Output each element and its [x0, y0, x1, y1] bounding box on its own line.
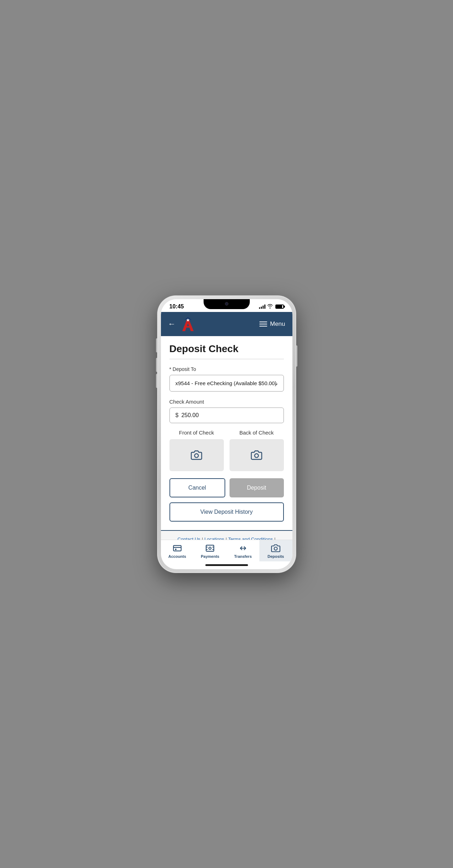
menu-button[interactable]: Menu [259, 320, 285, 328]
svg-rect-6 [173, 545, 181, 551]
deposit-to-label: * Deposit To [169, 366, 284, 372]
accounts-label: Accounts [168, 554, 186, 559]
phone-screen: 10:45 ← [161, 299, 292, 569]
page-body: Deposit Check * Deposit To x9544 - Free … [161, 336, 292, 530]
svg-point-5 [255, 454, 259, 458]
menu-label: Menu [270, 320, 285, 328]
app-logo [179, 316, 196, 333]
home-indicator [161, 561, 292, 569]
transfers-icon [238, 544, 248, 553]
nav-accounts[interactable]: Accounts [161, 540, 194, 561]
currency-symbol: $ [176, 412, 179, 419]
deposit-to-select[interactable]: x9544 - Free eChecking (Available $50.00… [169, 375, 284, 392]
deposit-button[interactable]: Deposit [230, 478, 284, 497]
page-title: Deposit Check [169, 343, 284, 355]
front-check-label: Front of Check [179, 430, 214, 436]
svg-rect-3 [184, 326, 192, 328]
camera-front-icon [191, 449, 202, 461]
deposits-label: Deposits [268, 554, 284, 559]
hamburger-icon [259, 322, 267, 327]
title-divider [169, 359, 284, 359]
camera [225, 302, 228, 306]
check-photos-section: Front of Check Back of Check [169, 430, 284, 471]
bottom-nav: Accounts Payments Transfers [161, 540, 292, 561]
back-button[interactable]: ← [168, 319, 176, 329]
locations-link[interactable]: Locations [204, 537, 224, 540]
app-header: ← Menu [161, 312, 292, 336]
contact-us-link[interactable]: Contact Us [178, 537, 200, 540]
footer: Contact Us | Locations | Terms and Condi… [161, 530, 292, 540]
view-history-button[interactable]: View Deposit History [169, 502, 284, 522]
wifi-icon [267, 304, 273, 309]
back-check-label: Back of Check [239, 430, 274, 436]
svg-rect-8 [206, 545, 214, 551]
phone-frame: 10:45 ← [157, 296, 296, 573]
payments-label: Payments [201, 554, 219, 559]
svg-point-10 [274, 547, 277, 550]
svg-point-4 [195, 454, 199, 458]
check-amount-label: Check Amount [169, 399, 284, 405]
battery-icon [275, 304, 284, 309]
front-check-photo[interactable] [169, 439, 224, 471]
svg-point-9 [209, 547, 211, 549]
payments-icon [205, 544, 215, 553]
nav-transfers[interactable]: Transfers [227, 540, 260, 561]
check-amount-wrapper: $ [169, 408, 284, 423]
check-amount-input[interactable] [181, 412, 277, 419]
svg-point-7 [175, 549, 176, 550]
back-check-col: Back of Check [230, 430, 284, 471]
cancel-button[interactable]: Cancel [169, 478, 225, 497]
transfers-label: Transfers [234, 554, 252, 559]
deposit-to-wrapper: x9544 - Free eChecking (Available $50.00… [169, 375, 284, 392]
main-content: Deposit Check * Deposit To x9544 - Free … [161, 336, 292, 540]
home-bar [205, 564, 248, 566]
nav-deposits[interactable]: Deposits [259, 540, 292, 561]
header-left: ← [168, 316, 196, 333]
status-time: 10:45 [169, 303, 184, 310]
front-check-col: Front of Check [169, 430, 224, 471]
footer-links: Contact Us | Locations | Terms and Condi… [168, 537, 285, 540]
accounts-icon [173, 544, 182, 553]
camera-back-icon [251, 449, 262, 461]
deposits-icon [271, 544, 280, 553]
back-check-photo[interactable] [230, 439, 284, 471]
status-icons [259, 304, 284, 309]
action-buttons: Cancel Deposit [169, 478, 284, 497]
notch [204, 299, 250, 309]
terms-link[interactable]: Terms and Conditions [228, 537, 273, 540]
signal-icon [259, 304, 265, 309]
nav-payments[interactable]: Payments [194, 540, 227, 561]
